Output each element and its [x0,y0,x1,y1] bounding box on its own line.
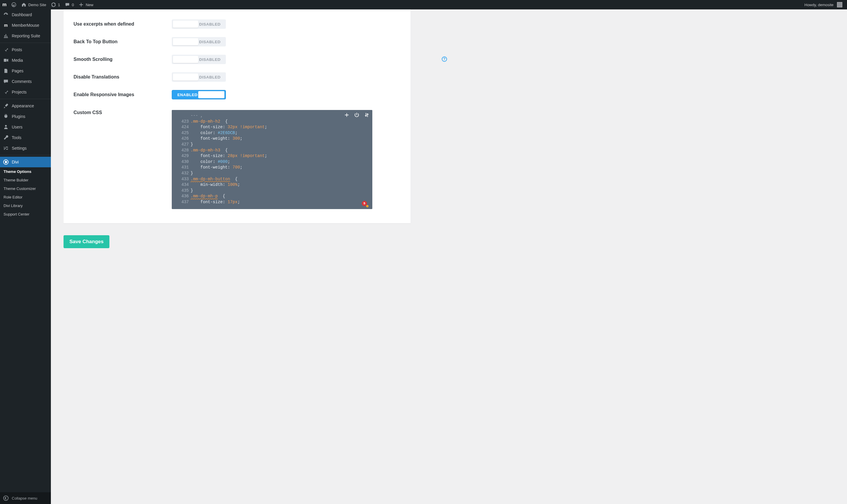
setting-smooth-scrolling: Smooth Scrolling DISABLED [64,51,411,68]
toggle-responsive-images[interactable]: ENABLED [172,90,226,100]
setting-label: Enable Responsive Images [64,92,172,97]
editor-warning-dot [366,205,368,207]
save-changes-button[interactable]: Save Changes [64,235,109,248]
media-icon [3,57,9,63]
sidebar-item-pages[interactable]: Pages [0,66,51,76]
comment-icon [3,78,9,84]
site-name-label: Demo Site [28,3,46,7]
chart-icon [3,33,9,39]
theme-options-panel: Use excerpts when defined DISABLED Back … [64,10,411,223]
toggle-smooth-scrolling[interactable]: DISABLED [172,55,226,64]
editor-toolbar [344,112,370,118]
setting-label: Custom CSS [64,110,172,115]
sliders-icon [3,145,9,151]
submenu-theme-options[interactable]: Theme Options [0,167,51,176]
sidebar-item-dashboard[interactable]: Dashboard [0,10,51,20]
power-icon[interactable] [354,112,359,118]
sidebar-item-membermouse[interactable]: m MemberMouse [0,20,51,31]
updates-link[interactable]: 1 [49,0,62,10]
page-icon [3,68,9,74]
wp-logo-icon[interactable] [9,0,19,10]
sidebar-item-projects[interactable]: Projects [0,87,51,97]
submenu-divi-library[interactable]: Divi Library [0,201,51,210]
sidebar-item-appearance[interactable]: Appearance [0,101,51,111]
setting-responsive-images: Enable Responsive Images ENABLED [64,86,411,104]
new-content-link[interactable]: New [76,0,95,10]
setting-label: Use excerpts when defined [64,21,172,27]
sidebar-item-settings[interactable]: Settings [0,143,51,154]
divi-submenu: Theme Options Theme Builder Theme Custom… [0,167,51,218]
sidebar-item-users[interactable]: Users [0,122,51,132]
refresh-icon [51,2,56,7]
sidebar-item-plugins[interactable]: Plugins [0,111,51,122]
comment-icon [65,2,70,7]
setting-use-excerpts: Use excerpts when defined DISABLED [64,15,411,33]
setting-disable-translations: Disable Translations DISABLED [64,68,411,86]
admin-sidebar: Dashboard m MemberMouse Reporting Suite … [0,10,51,252]
content-area: Use excerpts when defined DISABLED Back … [51,10,424,252]
setting-custom-css: Custom CSS --- ,423.mm-dp-mh-h2 {424 fon… [64,104,411,213]
submenu-theme-builder[interactable]: Theme Builder [0,176,51,184]
m-icon: m [3,22,9,28]
pin-icon [3,47,9,53]
sidebar-item-tools[interactable]: Tools [0,132,51,143]
comments-link[interactable]: 0 [62,0,76,10]
toggle-use-excerpts[interactable]: DISABLED [172,19,226,29]
pin-icon [3,89,9,95]
sort-icon[interactable] [364,112,370,118]
svg-point-2 [4,146,5,148]
mm-logo-icon[interactable]: m [0,0,9,10]
submenu-role-editor[interactable]: Role Editor [0,193,51,201]
setting-label: Disable Translations [64,74,172,80]
sidebar-item-posts[interactable]: Posts [0,44,51,55]
submenu-support-center[interactable]: Support Center [0,210,51,218]
custom-css-editor[interactable]: --- ,423.mm-dp-mh-h2 {424 font-size: 32p… [172,110,372,209]
sidebar-item-media[interactable]: Media [0,55,51,66]
divi-icon [3,159,9,165]
plus-icon[interactable] [344,112,349,118]
setting-label: Back To Top Button [64,39,172,44]
submenu-theme-customizer[interactable]: Theme Customizer [0,184,51,193]
menu-separator [0,99,51,99]
code-body[interactable]: --- ,423.mm-dp-mh-h2 {424 font-size: 32p… [172,110,372,208]
user-icon [3,124,9,130]
sidebar-item-reporting-suite[interactable]: Reporting Suite [0,31,51,41]
admin-bar: m Demo Site 1 0 New Howdy, demosite [0,0,424,10]
toggle-disable-translations[interactable]: DISABLED [172,72,226,82]
menu-separator [0,155,51,155]
wrench-icon [3,135,9,141]
svg-point-4 [5,149,6,150]
sidebar-item-comments[interactable]: Comments [0,76,51,87]
setting-label: Smooth Scrolling [64,57,172,62]
svg-point-1 [5,125,7,127]
site-name-link[interactable]: Demo Site [19,0,49,10]
sidebar-item-divi[interactable]: Divi [0,157,51,167]
plug-icon [3,113,9,120]
svg-point-3 [6,148,7,149]
setting-back-to-top: Back To Top Button DISABLED [64,33,411,51]
gauge-icon [3,12,9,18]
plus-icon [78,2,84,7]
home-icon [21,2,26,7]
toggle-back-to-top[interactable]: DISABLED [172,37,226,47]
brush-icon [3,103,9,109]
